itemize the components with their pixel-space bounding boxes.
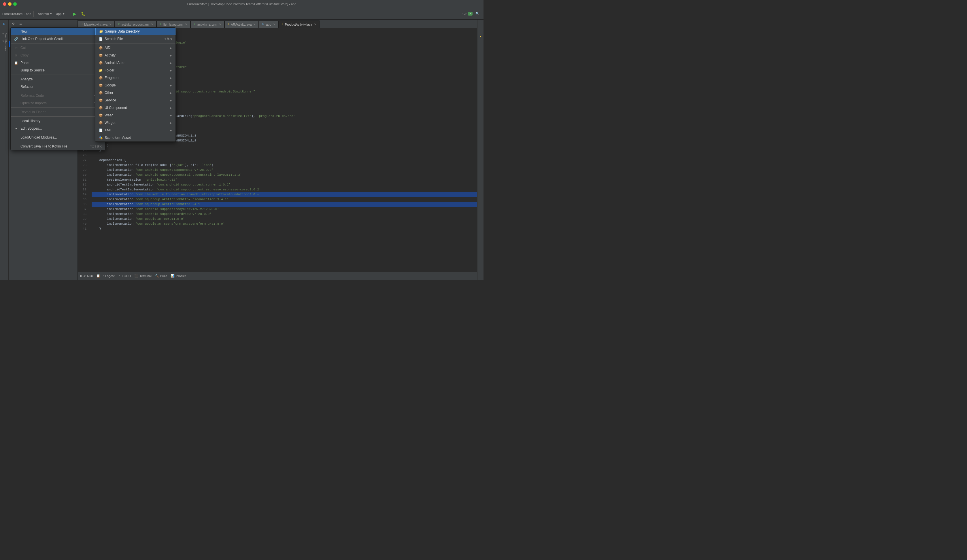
left-icon-rail: P Z: Structure 2: Favorites [0,20,9,280]
submenu-item-scratch-file[interactable]: 📄 Scratch File ⇧⌘N [96,35,175,43]
submenu-item-aidl[interactable]: 📦 AIDL ▶ [96,44,175,51]
project-name[interactable]: FurnitureStore [2,12,23,16]
editor-tabs: J MainActivity.java ✕ X activity_product… [78,20,477,28]
debug-button[interactable]: 🐛 [79,10,87,17]
sidebar-toolbar: ⚙ ☰ [9,20,78,28]
menu-item-new[interactable]: New ▶ [11,28,105,35]
analyze-icon [14,77,18,81]
optimize-icon [14,101,18,105]
menu-item-jump-source[interactable]: Jump to Source ⌘↓ [11,66,105,74]
tab-close-ar-activity[interactable]: ✕ [253,23,256,26]
tab-product-activity[interactable]: J ProductActivity.java ✕ [279,20,320,28]
submenu-item-google[interactable]: 📦 Google ▶ [96,82,175,89]
menu-item-refactor[interactable]: Refactor ▶ [11,83,105,91]
run-tab[interactable]: ▶ 4: Run [80,274,93,278]
menu-item-analyze[interactable]: Analyze ▶ [11,76,105,83]
menu-sep-6 [11,133,105,133]
submenu-item-sceneform[interactable]: 🎭 Sceneform Asset [96,134,175,142]
link-icon: 🔗 [14,37,18,41]
modules-icon [14,135,18,139]
search-button[interactable]: 🔍 [474,10,481,17]
right-rail-indicator [480,20,481,37]
rail-project-icon[interactable]: P [1,21,8,28]
toolbar-sep-1 [33,11,34,17]
google-icon: 📦 [99,83,103,87]
kotlin-icon [14,144,18,148]
tab-close-list-layout[interactable]: ✕ [185,23,187,26]
project-nav: FurnitureStore › app [2,12,31,16]
sidebar-layout-btn[interactable]: ☰ [18,20,24,27]
rail-favorites-icon[interactable]: 2: Favorites [1,42,8,49]
android-config: Android ▼ app ▼ [36,10,66,17]
activity-icon: 📦 [99,53,103,57]
maximize-button[interactable] [13,2,17,6]
folder-icon: 📁 [99,68,103,72]
ui-icon: 📦 [99,106,103,110]
menu-sep-5 [11,116,105,117]
tab-activity-ar[interactable]: X activity_ar.xml ✕ [190,20,224,28]
menu-item-reveal[interactable]: Reveal in Finder [11,108,105,116]
submenu-item-activity[interactable]: 📦 Activity ▶ [96,51,175,59]
submenu-item-other[interactable]: 📦 Other ▶ [96,89,175,97]
tab-close-activity-product[interactable]: ✕ [151,23,153,26]
menu-item-edit-scopes[interactable]: ● Edit Scopes... [11,125,105,132]
terminal-tab[interactable]: ⬛ Terminal [134,274,152,278]
tab-activity-product[interactable]: X activity_product.xml ✕ [115,20,157,28]
tab-list-layout[interactable]: X list_layout.xml ✕ [157,20,190,28]
submenu-item-sample-data[interactable]: 📁 Sample Data Directory [96,28,175,35]
fragment-icon: 📦 [99,76,103,80]
app-body: P Z: Structure 2: Favorites ⚙ ☰ ▼ 📂 app … [0,20,484,280]
tab-close-app[interactable]: ✕ [273,23,276,26]
bottom-toolbar: ▶ 4: Run 📋 6: Logcat ✓ TODO ⬛ Terminal 🔨… [78,271,477,280]
logcat-tab[interactable]: 📋 6: Logcat [96,274,114,278]
submenu-item-service[interactable]: 📦 Service ▶ [96,97,175,104]
minimize-button[interactable] [8,2,12,6]
submenu-item-folder[interactable]: 📁 Folder ▶ [96,66,175,74]
refactor-icon [14,85,18,89]
menu-item-cut[interactable]: ✂ Cut ⌘X [11,44,105,51]
xml-icon: 📄 [99,128,103,132]
todo-tab[interactable]: ✓ TODO [118,274,131,278]
jump-icon [14,68,18,72]
sceneform-icon: 🎭 [99,136,103,140]
run-button[interactable]: ▶ [71,10,78,17]
menu-item-load-modules[interactable]: Load/Unload Modules... [11,133,105,141]
wear-icon: 📦 [99,113,103,117]
folder-icon: 📁 [99,30,103,33]
tab-close-activity-ar[interactable]: ✕ [219,23,221,26]
git-group: Git: ✓ [462,12,472,16]
module-dropdown[interactable]: app ▼ [54,10,66,17]
submenu-item-fragment[interactable]: 📦 Fragment ▶ [96,74,175,82]
tab-close-main-activity[interactable]: ✕ [109,23,112,26]
menu-item-reformat[interactable]: Reformat Code ⌥⌘L [11,92,105,99]
tab-ar-activity[interactable]: J ARActivity.java ✕ [224,20,259,28]
menu-item-convert-kotlin[interactable]: Convert Java File to Kotlin File ⌥⇧⌘K [11,143,105,150]
tab-close-product-activity[interactable]: ✕ [314,23,316,26]
scopes-icon: ● [14,127,18,130]
submenu-item-widget[interactable]: 📦 Widget ▶ [96,119,175,127]
menu-item-copy[interactable]: ⎘ Copy ⌘C [11,51,105,59]
menu-item-paste[interactable]: 📋 Paste ⌘V [11,59,105,66]
submenu-item-wear[interactable]: 📦 Wear ▶ [96,112,175,119]
submenu-item-android-auto[interactable]: 📦 Android Auto ▶ [96,59,175,66]
sidebar-settings-btn[interactable]: ⚙ [10,20,17,27]
profiler-tab[interactable]: 📊 Profiler [171,274,186,278]
submenu-item-ui-component[interactable]: 📦 UI Component ▶ [96,104,175,112]
reveal-icon [14,110,18,114]
other-icon: 📦 [99,91,103,95]
android-dropdown[interactable]: Android ▼ [36,10,54,17]
tab-app[interactable]: G app ✕ [259,20,278,28]
menu-item-optimize-imports[interactable]: Optimize Imports ^⌥O [11,99,105,107]
window-controls[interactable] [0,2,17,6]
copy-icon: ⎘ [14,53,18,57]
titlebar: FurnitureStore [~/Desktop/Code Patterns … [0,0,484,8]
module-name[interactable]: app [26,12,31,16]
menu-item-link-cpp[interactable]: 🔗 Link C++ Project with Gradle [11,35,105,43]
menu-item-local-history[interactable]: Local History ▶ [11,117,105,125]
submenu-item-xml[interactable]: 📄 XML ▶ [96,127,175,134]
new-icon [14,30,18,33]
window-title: FurnitureStore [~/Desktop/Code Patterns … [187,2,297,6]
close-button[interactable] [3,2,7,6]
build-tab[interactable]: 🔨 Build [155,274,167,278]
tab-main-activity[interactable]: J MainActivity.java ✕ [78,20,115,28]
